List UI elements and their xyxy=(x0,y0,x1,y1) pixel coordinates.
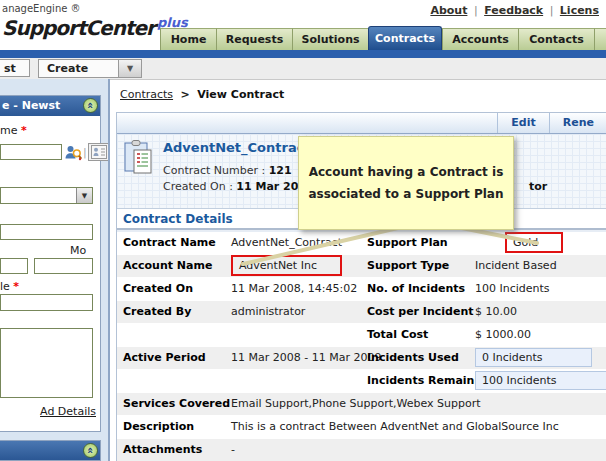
create-button-label: Create xyxy=(39,62,118,75)
collapse-panel-icon[interactable] xyxy=(83,443,98,458)
tab-solutions[interactable]: Solutions xyxy=(292,28,368,50)
total-cost-label: Total Cost xyxy=(367,324,428,346)
email-input[interactable] xyxy=(0,224,93,240)
name-field-label: me * xyxy=(0,124,27,137)
create-dropdown-button[interactable]: Create xyxy=(38,59,142,78)
select-chevron-down-icon[interactable] xyxy=(76,188,92,203)
description-textarea[interactable] xyxy=(0,328,93,398)
account-name-label: Account Name xyxy=(123,255,212,277)
created-on-label: Created On : xyxy=(163,180,236,193)
top-bar: anageEngine ® SupportCenterplus About | … xyxy=(0,0,606,28)
cost-per-incident-label: Cost per Incident xyxy=(367,301,474,323)
created-on-row-label: Created On xyxy=(123,278,193,300)
feedback-link[interactable]: Feedback xyxy=(484,4,543,17)
link-separator: | xyxy=(550,4,554,17)
about-link[interactable]: About xyxy=(430,4,467,17)
account-name-value-highlighted: AdventNet Inc xyxy=(231,255,342,276)
table-row: Attachments - xyxy=(117,439,606,461)
cost-per-incident-value: $ 10.00 xyxy=(475,301,517,323)
table-row: Created By administrator Cost per Incide… xyxy=(117,301,606,324)
logo-company: anageEngine xyxy=(2,3,67,14)
table-row: Active Period 11 Mar 2008 - 11 Mar 2009 … xyxy=(117,347,606,370)
name-field-icons: | xyxy=(64,143,110,161)
contract-title: AdventNet_Contract xyxy=(163,140,311,155)
incidents-used-label: Incidents Used xyxy=(367,347,459,369)
required-asterisk: * xyxy=(13,280,19,293)
note-line-1: Account having a Contract is xyxy=(299,161,513,183)
created-on-value: 11 Mar 200 xyxy=(236,180,306,193)
active-period-value: 11 Mar 2008 - 11 Mar 2009 xyxy=(231,347,381,369)
incidents-remaining-value: 100 Incidents xyxy=(475,371,606,390)
no-of-incidents-label: No. of Incidents xyxy=(367,278,465,300)
quick-create-panel: e - Newst me * | Mo xyxy=(0,95,101,432)
edit-button[interactable]: Edit xyxy=(497,113,548,133)
renew-button[interactable]: Rene xyxy=(549,113,606,133)
contract-meta: Contract Number : 121 Created On : 11 Ma… xyxy=(163,163,306,195)
tab-contracts[interactable]: Contracts xyxy=(368,26,442,50)
tab-partial[interactable] xyxy=(594,28,606,50)
contract-number-label: Contract Number : xyxy=(163,164,269,177)
tab-requests[interactable]: Requests xyxy=(216,28,292,50)
request-title-input[interactable] xyxy=(0,294,93,311)
sidebar-splitter[interactable] xyxy=(108,79,110,461)
breadcrumb-current: View Contract xyxy=(197,88,284,101)
tab-underline-strip xyxy=(0,50,606,58)
quick-create-panel-header: e - Newst xyxy=(0,96,100,116)
tab-contacts[interactable]: Contacts xyxy=(518,28,594,50)
note-line-2: associated to a Support Plan xyxy=(299,183,513,205)
annotation-note: Account having a Contract is associated … xyxy=(298,136,514,230)
tab-home[interactable]: Home xyxy=(160,28,216,50)
contract-number-value: 121 xyxy=(269,164,292,177)
supportcenter-plus-app: anageEngine ® SupportCenterplus About | … xyxy=(0,0,606,461)
contract-action-bar: Edit Rene xyxy=(117,113,606,134)
contact-card-button[interactable] xyxy=(88,143,110,161)
table-row: Total Cost $ 1000.00 xyxy=(117,324,606,347)
description-value: This is a contract Between AdventNet and… xyxy=(231,416,559,438)
product-select[interactable] xyxy=(0,187,93,204)
contact-name-input[interactable] xyxy=(0,144,62,160)
main-tabs: Home Requests Solutions Contracts Accoun… xyxy=(0,28,606,50)
table-row: Contract Name AdventNet_Contract Support… xyxy=(117,232,606,255)
mobile-input[interactable] xyxy=(34,258,93,274)
contract-name-value: AdventNet_Contract xyxy=(231,232,342,254)
created-by-label: Created By xyxy=(123,301,191,323)
total-cost-value: $ 1000.00 xyxy=(475,324,531,346)
support-plan-label: Support Plan xyxy=(367,232,448,254)
attachments-value: - xyxy=(231,439,235,461)
contract-name-label: Contract Name xyxy=(123,232,216,254)
description-label: Description xyxy=(123,416,194,438)
add-details-link[interactable]: Ad Details xyxy=(40,405,96,418)
quick-create-form: me * | Mo le * Ad D xyxy=(0,116,100,431)
breadcrumb: Contracts > View Contract xyxy=(120,88,284,101)
table-row: Services Covered Email Support,Phone Sup… xyxy=(117,393,606,416)
search-contact-icon[interactable] xyxy=(64,144,82,161)
breadcrumb-contracts-link[interactable]: Contracts xyxy=(120,88,173,101)
new-request-button-partial[interactable]: st xyxy=(0,59,30,77)
contract-document-icon xyxy=(123,139,155,175)
link-separator: | xyxy=(474,4,478,17)
required-asterisk: * xyxy=(21,124,27,137)
support-type-label: Support Type xyxy=(367,255,449,277)
left-sidebar: e - Newst me * | Mo xyxy=(0,79,108,461)
breadcrumb-separator: > xyxy=(181,88,190,101)
section-title: Contract Details xyxy=(123,212,233,226)
chevron-down-icon[interactable] xyxy=(118,60,141,77)
mobile-field-label: Mo xyxy=(70,244,86,257)
table-row: Description This is a contract Between A… xyxy=(117,416,606,439)
phone-input[interactable] xyxy=(0,258,28,274)
tab-accounts[interactable]: Accounts xyxy=(442,28,518,50)
tab-spacer xyxy=(0,28,160,50)
created-by-fragment: tor xyxy=(529,180,547,193)
incidents-used-value: 0 Incidents xyxy=(475,348,592,367)
registered-mark-icon: ® xyxy=(71,3,81,14)
support-type-value: Incident Based xyxy=(475,255,557,277)
attachments-label: Attachments xyxy=(123,439,202,461)
table-row: Created On 11 Mar 2008, 14:45:02 No. of … xyxy=(117,278,606,301)
contact-card-icon xyxy=(91,145,107,159)
license-link[interactable]: Licens xyxy=(560,4,599,17)
collapsed-panel-header xyxy=(0,440,101,461)
table-row: Account Name AdventNet Inc Support Type … xyxy=(117,255,606,278)
no-of-incidents-value: 100 Incidents xyxy=(475,278,550,300)
collapse-panel-icon[interactable] xyxy=(83,98,98,113)
support-plan-value-highlighted: Gold xyxy=(505,232,563,253)
